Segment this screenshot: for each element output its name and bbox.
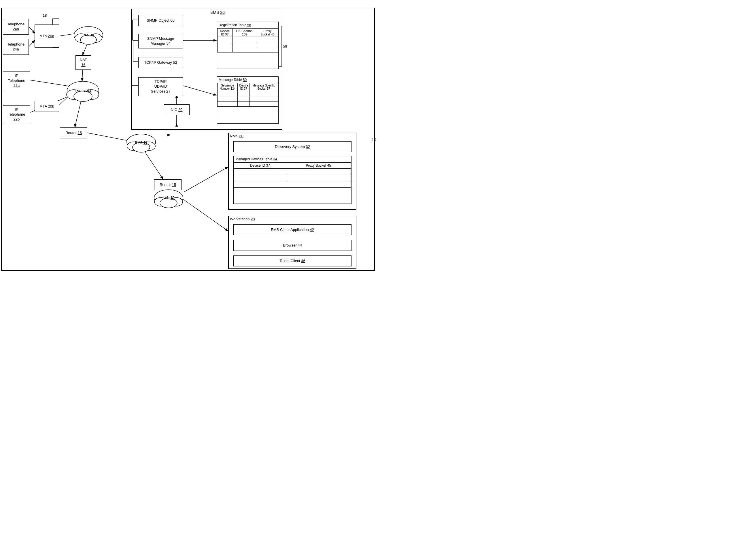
- tcpip-gateway-52: TCP/IP Gateway 52: [138, 57, 183, 68]
- router-15-top: Router 15: [60, 127, 87, 138]
- tcpip-udp-services-27: TCP/IPUDP/IDServices 27: [138, 77, 183, 96]
- ip-telephone-22b: IPTelephone22b: [3, 105, 30, 124]
- svg-point-43: [74, 91, 92, 101]
- svg-line-6: [29, 27, 35, 33]
- browser-44: Browser 44: [233, 240, 351, 251]
- svg-text:LAN 19: LAN 19: [163, 196, 174, 200]
- telnet-client-46: Telnet Client 46: [233, 255, 351, 266]
- svg-text:DMZ 17: DMZ 17: [135, 141, 148, 145]
- lan-19-cloud: LAN 19: [153, 187, 184, 208]
- svg-line-20: [184, 167, 228, 192]
- snmp-object-60: SNMP Object 60: [138, 15, 183, 26]
- nic-29: NIC 29: [164, 104, 190, 115]
- snmp-message-manager-54: SNMP MessageManager 54: [138, 34, 183, 48]
- svg-text:59: 59: [283, 44, 287, 48]
- telephone-24b: Telephone24b: [3, 19, 29, 35]
- svg-text:18: 18: [43, 13, 47, 18]
- network-diagram: 10 18: [0, 0, 378, 276]
- message-table-50: Message Table 50 SequenceNumber 124 Devi…: [217, 76, 279, 124]
- discovery-system-32: Discovery System 32: [233, 141, 351, 152]
- registration-table-58: Registration Table 58 DeviceID 37 HB Cha…: [217, 22, 279, 69]
- telephone-24a: Telephone24a: [3, 39, 29, 55]
- mta-20a: MTA 20a: [35, 24, 59, 48]
- dmz-17-cloud: DMZ 17: [125, 131, 157, 153]
- lan-14-cloud: LAN 14: [73, 23, 104, 45]
- nat-16: NAT16: [75, 55, 91, 70]
- workstation-28-label: Workstation 28: [230, 217, 255, 221]
- ems-client-application-42: EMS Client Application 42: [233, 224, 351, 235]
- svg-text:LAN 14: LAN 14: [83, 33, 94, 37]
- svg-text:Internet 12: Internet 12: [75, 88, 91, 92]
- ip-telephone-22a: IPTelephone22a: [3, 71, 30, 90]
- svg-line-9: [29, 80, 71, 86]
- ems-26-label: EMS 26: [210, 10, 225, 15]
- svg-text:10: 10: [372, 137, 376, 142]
- internet-12-cloud: Internet 12: [66, 78, 100, 102]
- svg-line-7: [29, 40, 35, 47]
- managed-devices-table-34: Managed Devices Table 34 Device ID 37 Pr…: [233, 156, 351, 204]
- svg-line-19: [179, 196, 228, 231]
- svg-line-15: [86, 133, 131, 141]
- mta-20b: MTA 20b: [35, 101, 59, 112]
- nms-30-label: NMS 30: [230, 134, 243, 138]
- svg-line-17: [143, 148, 163, 179]
